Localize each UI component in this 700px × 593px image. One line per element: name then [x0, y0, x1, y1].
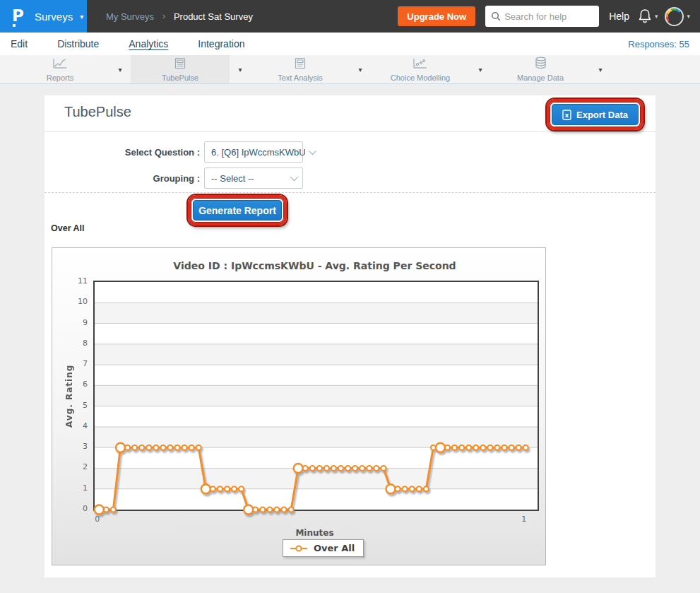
- data-point[interactable]: [111, 507, 116, 512]
- data-point[interactable]: [487, 445, 492, 450]
- nav-item-edit[interactable]: Edit: [11, 38, 28, 49]
- nav-item-analytics[interactable]: Analytics: [129, 38, 168, 49]
- data-point[interactable]: [196, 445, 201, 450]
- avatar: [665, 7, 684, 26]
- data-point[interactable]: [424, 486, 429, 491]
- breadcrumb-my-surveys[interactable]: My Surveys: [106, 11, 154, 22]
- tab-label: Text Analysis: [278, 74, 323, 82]
- data-point[interactable]: [417, 486, 422, 491]
- data-point[interactable]: [182, 445, 187, 450]
- data-point[interactable]: [502, 445, 507, 450]
- x-tick-label: 0: [95, 515, 100, 524]
- tab-dropdown-caret[interactable]: ▾: [590, 55, 611, 83]
- tab-text-analysis[interactable]: Text Analysis: [251, 55, 350, 83]
- tab-choice-modelling[interactable]: Choice Modelling: [371, 55, 470, 83]
- data-point[interactable]: [452, 445, 457, 450]
- data-point[interactable]: [132, 445, 137, 450]
- notifications-menu[interactable]: ▾: [638, 8, 658, 24]
- tab-label: Reports: [47, 74, 74, 82]
- generate-report-button[interactable]: Generate Report: [193, 200, 282, 221]
- tab-dropdown-caret[interactable]: ▾: [350, 55, 371, 83]
- data-point[interactable]: [374, 466, 379, 471]
- tab-label: Manage Data: [517, 74, 564, 82]
- data-point[interactable]: [509, 445, 514, 450]
- analytics-tabbar: Reports▾TubePulse▾Text Analysis▾Choice M…: [0, 55, 700, 84]
- data-point[interactable]: [367, 466, 372, 471]
- data-point[interactable]: [260, 507, 265, 512]
- data-point[interactable]: [445, 445, 450, 450]
- data-point[interactable]: [274, 507, 279, 512]
- tab-dropdown-caret[interactable]: ▾: [230, 55, 251, 83]
- data-point[interactable]: [225, 486, 230, 491]
- data-point[interactable]: [345, 466, 350, 471]
- data-point[interactable]: [116, 443, 125, 452]
- tab-tubepulse[interactable]: TubePulse: [131, 55, 230, 83]
- y-tick-label: 1: [52, 483, 88, 493]
- data-point[interactable]: [381, 466, 386, 471]
- grouping-select[interactable]: -- Select --: [204, 168, 303, 189]
- data-point[interactable]: [516, 445, 521, 450]
- data-point[interactable]: [396, 486, 401, 491]
- data-point[interactable]: [167, 445, 172, 450]
- data-point[interactable]: [289, 507, 294, 512]
- data-point[interactable]: [360, 466, 364, 471]
- data-point[interactable]: [331, 466, 336, 471]
- data-point[interactable]: [303, 466, 308, 471]
- search-input[interactable]: [504, 11, 589, 22]
- data-point[interactable]: [160, 445, 165, 450]
- data-point[interactable]: [253, 507, 258, 512]
- data-point[interactable]: [459, 445, 464, 450]
- data-point[interactable]: [95, 505, 104, 515]
- data-point[interactable]: [403, 486, 408, 491]
- help-link[interactable]: Help: [609, 11, 629, 22]
- data-point[interactable]: [232, 486, 237, 491]
- breadcrumb-separator-icon: ›: [162, 11, 165, 21]
- nav-item-distribute[interactable]: Distribute: [57, 38, 99, 49]
- data-point[interactable]: [189, 445, 194, 450]
- data-point[interactable]: [218, 486, 223, 491]
- data-point[interactable]: [201, 484, 210, 493]
- data-point[interactable]: [523, 445, 528, 450]
- data-point[interactable]: [436, 443, 445, 452]
- legend-marker-icon: [290, 544, 308, 553]
- data-point[interactable]: [294, 464, 303, 473]
- data-point[interactable]: [239, 486, 244, 491]
- data-point[interactable]: [146, 445, 151, 450]
- y-tick-label: 2: [52, 462, 88, 471]
- nav-item-integration[interactable]: Integration: [198, 38, 244, 49]
- data-point[interactable]: [244, 505, 253, 515]
- tab-manage-data[interactable]: Manage Data: [491, 55, 590, 83]
- data-point[interactable]: [466, 445, 471, 450]
- legend-label: Over All: [314, 543, 355, 553]
- data-point[interactable]: [494, 445, 499, 450]
- responses-count[interactable]: Responses: 55: [628, 39, 689, 49]
- account-menu[interactable]: ▾: [665, 7, 690, 26]
- export-data-button[interactable]: x Export Data: [552, 104, 639, 125]
- tab-reports[interactable]: Reports: [11, 55, 109, 83]
- data-point[interactable]: [324, 466, 329, 471]
- tab-dropdown-caret[interactable]: ▾: [109, 55, 131, 83]
- top-navbar: P Surveys ▾ My Surveys › Product Sat Sur…: [0, 0, 700, 33]
- question-select[interactable]: 6. [Q6] IpWccmsKWbU: [204, 141, 303, 163]
- tab-dropdown-caret[interactable]: ▾: [470, 55, 491, 83]
- data-point[interactable]: [317, 466, 322, 471]
- help-search[interactable]: [485, 6, 599, 27]
- data-point[interactable]: [338, 466, 343, 471]
- data-point[interactable]: [473, 445, 478, 450]
- data-point[interactable]: [210, 486, 215, 491]
- data-point[interactable]: [153, 445, 158, 450]
- data-point[interactable]: [410, 486, 415, 491]
- data-point[interactable]: [386, 484, 396, 493]
- data-point[interactable]: [282, 507, 287, 512]
- data-point[interactable]: [267, 507, 272, 512]
- data-point[interactable]: [352, 466, 357, 471]
- data-point[interactable]: [139, 445, 144, 450]
- plot-band: [95, 427, 538, 447]
- data-point[interactable]: [480, 445, 485, 450]
- data-point[interactable]: [310, 466, 315, 471]
- upgrade-now-button[interactable]: Upgrade Now: [398, 6, 475, 26]
- data-point[interactable]: [104, 507, 109, 512]
- data-point[interactable]: [175, 445, 180, 450]
- product-switcher[interactable]: P Surveys ▾: [0, 0, 87, 33]
- data-point[interactable]: [125, 445, 130, 450]
